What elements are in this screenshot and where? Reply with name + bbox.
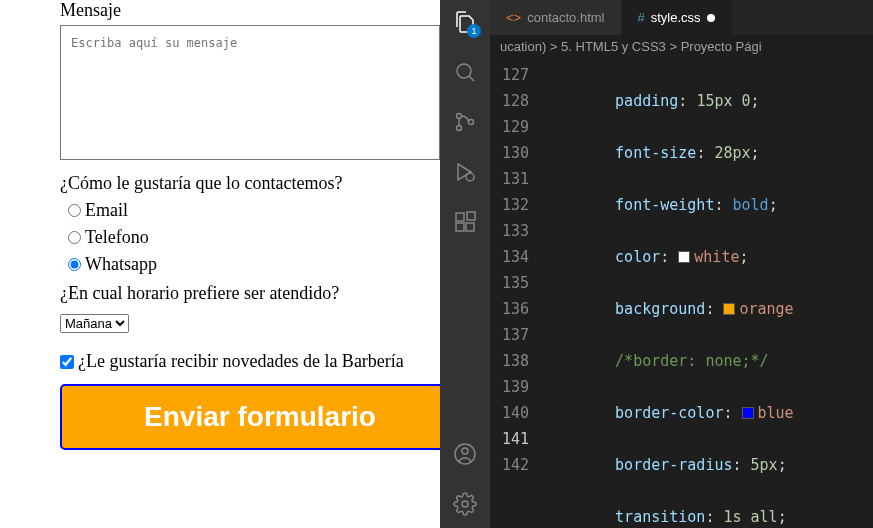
schedule-select[interactable]: Mañana [60, 314, 129, 333]
line-number: 132 [502, 192, 529, 218]
newsletter-label: ¿Le gustaría recibir novedades de la Bar… [78, 351, 404, 372]
color-swatch-orange [723, 303, 735, 315]
svg-point-5 [466, 173, 474, 181]
html-file-icon: <> [506, 10, 521, 25]
vscode-window: 1 <> contacto.html [440, 0, 873, 528]
source-control-icon[interactable] [451, 108, 479, 136]
line-number: 141 [502, 426, 529, 452]
line-number: 133 [502, 218, 529, 244]
line-number: 129 [502, 114, 529, 140]
svg-point-3 [457, 126, 462, 131]
submit-button[interactable]: Enviar formulario [60, 384, 460, 450]
code-lines[interactable]: padding: 15px 0; font-size: 28px; font-w… [547, 58, 873, 528]
line-number: 134 [502, 244, 529, 270]
tab-contacto-html[interactable]: <> contacto.html [490, 0, 622, 35]
svg-line-1 [469, 76, 474, 81]
color-swatch-white [678, 251, 690, 263]
settings-icon[interactable] [451, 490, 479, 518]
tab-label: style.css [651, 10, 701, 25]
line-number: 131 [502, 166, 529, 192]
svg-rect-6 [456, 213, 464, 221]
line-number: 142 [502, 452, 529, 478]
svg-rect-8 [466, 223, 474, 231]
search-icon[interactable] [451, 58, 479, 86]
svg-point-12 [462, 501, 468, 507]
svg-rect-7 [456, 223, 464, 231]
line-number: 135 [502, 270, 529, 296]
radio-whatsapp[interactable] [68, 258, 81, 271]
activity-bar: 1 [440, 0, 490, 528]
svg-point-0 [457, 64, 471, 78]
newsletter-checkbox[interactable] [60, 355, 74, 369]
code-editor[interactable]: 1271281291301311321331341351361371381391… [490, 58, 873, 528]
run-debug-icon[interactable] [451, 158, 479, 186]
explorer-badge: 1 [467, 24, 481, 38]
unsaved-dot-icon [707, 14, 715, 22]
radio-email[interactable] [68, 204, 81, 217]
contact-question: ¿Cómo le gustaría que lo contactemos? [60, 173, 420, 194]
line-number: 130 [502, 140, 529, 166]
explorer-icon[interactable]: 1 [451, 8, 479, 36]
editor-area: <> contacto.html # style.css ucation) > … [490, 0, 873, 528]
svg-point-11 [462, 448, 468, 454]
line-number: 128 [502, 88, 529, 114]
extensions-icon[interactable] [451, 208, 479, 236]
message-textarea[interactable] [60, 25, 440, 160]
line-number: 127 [502, 62, 529, 88]
tab-style-css[interactable]: # style.css [622, 0, 732, 35]
line-gutter: 1271281291301311321331341351361371381391… [490, 58, 547, 528]
accounts-icon[interactable] [451, 440, 479, 468]
breadcrumb[interactable]: ucation) > 5. HTML5 y CSS3 > Proyecto Pá… [490, 35, 873, 58]
web-form-preview: Mensaje ¿Cómo le gustaría que lo contact… [0, 0, 440, 528]
tab-label: contacto.html [527, 10, 604, 25]
line-number: 140 [502, 400, 529, 426]
radio-telefono-label: Telefono [85, 227, 149, 248]
line-number: 138 [502, 348, 529, 374]
svg-rect-9 [467, 212, 475, 220]
radio-email-label: Email [85, 200, 128, 221]
color-swatch-blue [742, 407, 754, 419]
editor-tabs: <> contacto.html # style.css [490, 0, 873, 35]
line-number: 136 [502, 296, 529, 322]
schedule-question: ¿En cual horario prefiere ser atendido? [60, 283, 420, 304]
line-number: 139 [502, 374, 529, 400]
line-number: 137 [502, 322, 529, 348]
radio-whatsapp-label: Whatsapp [85, 254, 157, 275]
message-label: Mensaje [60, 0, 420, 21]
radio-telefono[interactable] [68, 231, 81, 244]
css-file-icon: # [638, 10, 645, 25]
svg-point-2 [457, 114, 462, 119]
